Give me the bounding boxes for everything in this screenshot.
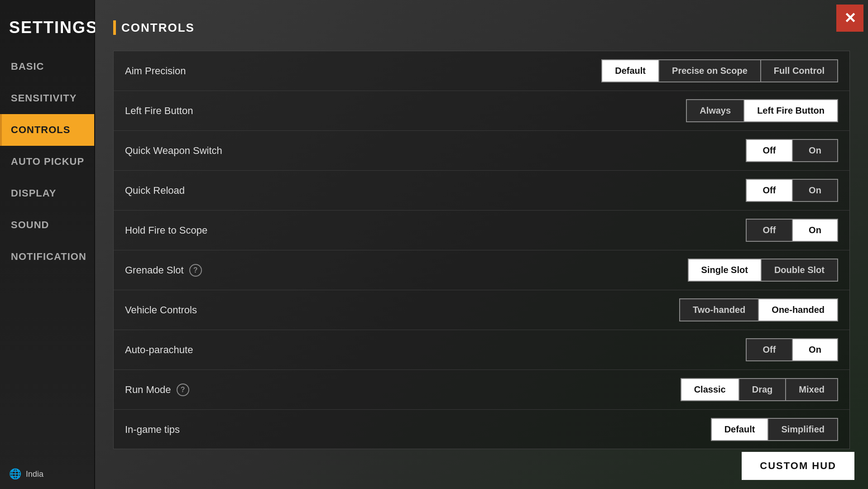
setting-label-in-game-tips: In-game tips [125, 424, 711, 436]
setting-row-in-game-tips: In-game tipsDefaultSimplified [114, 410, 849, 449]
help-icon-grenade-slot[interactable]: ? [189, 264, 202, 277]
setting-label-quick-weapon-switch: Quick Weapon Switch [125, 145, 746, 157]
setting-label-text-grenade-slot: Grenade Slot [125, 264, 184, 276]
btn-option-vehicle-controls-1[interactable]: One-handed [758, 299, 837, 321]
btn-option-auto-parachute-0[interactable]: Off [747, 339, 792, 360]
sidebar-item-sound[interactable]: SOUND [0, 209, 94, 241]
setting-label-vehicle-controls: Vehicle Controls [125, 304, 679, 316]
section-title: CONTROLS [121, 21, 195, 35]
region-label: India [26, 470, 43, 479]
setting-label-auto-parachute: Auto-parachute [125, 344, 746, 356]
btn-option-in-game-tips-0[interactable]: Default [712, 419, 768, 440]
btn-group-run-mode: ClassicDragMixed [681, 378, 838, 401]
sidebar-item-display[interactable]: DISPLAY [0, 177, 94, 209]
setting-label-text-run-mode: Run Mode [125, 384, 171, 396]
help-icon-run-mode[interactable]: ? [177, 384, 189, 396]
setting-label-text-in-game-tips: In-game tips [125, 424, 180, 436]
sidebar-item-notification[interactable]: NOTIFICATION [0, 241, 94, 273]
close-button[interactable]: ✕ [836, 5, 863, 32]
setting-label-hold-fire-to-scope: Hold Fire to Scope [125, 225, 746, 236]
btn-option-run-mode-0[interactable]: Classic [681, 379, 739, 400]
setting-row-auto-parachute: Auto-parachuteOffOn [114, 330, 849, 370]
main-content: ✕ CONTROLS Aim PrecisionDefaultPrecise o… [95, 0, 868, 489]
sidebar-item-controls[interactable]: CONTROLS [0, 114, 94, 146]
setting-row-quick-weapon-switch: Quick Weapon SwitchOffOn [114, 131, 849, 171]
setting-row-quick-reload: Quick ReloadOffOn [114, 171, 849, 211]
setting-label-text-vehicle-controls: Vehicle Controls [125, 304, 197, 316]
btn-group-left-fire-button: AlwaysLeft Fire Button [686, 99, 838, 122]
btn-group-auto-parachute: OffOn [746, 338, 838, 361]
setting-label-left-fire-button: Left Fire Button [125, 105, 686, 117]
btn-group-quick-reload: OffOn [746, 179, 838, 202]
setting-label-text-left-fire-button: Left Fire Button [125, 105, 193, 117]
sidebar-item-auto-pickup[interactable]: AUTO PICKUP [0, 146, 94, 177]
sidebar-item-basic[interactable]: BASIC [0, 51, 94, 82]
btn-option-hold-fire-to-scope-0[interactable]: Off [747, 220, 792, 241]
setting-label-aim-precision: Aim Precision [125, 65, 601, 77]
setting-label-text-aim-precision: Aim Precision [125, 65, 186, 77]
app-title: SETTINGS [0, 9, 94, 51]
sidebar: SETTINGS BASICSENSITIVITYCONTROLSAUTO PI… [0, 0, 95, 489]
setting-row-run-mode: Run Mode?ClassicDragMixed [114, 370, 849, 410]
section-header: CONTROLS [113, 14, 850, 42]
btn-option-run-mode-2[interactable]: Mixed [785, 379, 837, 400]
btn-group-grenade-slot: Single SlotDouble Slot [688, 259, 838, 282]
sidebar-footer: 🌐 India [0, 459, 94, 489]
btn-option-aim-precision-1[interactable]: Precise on Scope [658, 60, 760, 82]
btn-group-aim-precision: DefaultPrecise on ScopeFull Control [601, 59, 838, 82]
setting-row-vehicle-controls: Vehicle ControlsTwo-handedOne-handed [114, 290, 849, 330]
btn-option-grenade-slot-0[interactable]: Single Slot [689, 259, 761, 281]
btn-group-hold-fire-to-scope: OffOn [746, 219, 838, 242]
btn-option-hold-fire-to-scope-1[interactable]: On [792, 220, 837, 241]
setting-row-hold-fire-to-scope: Hold Fire to ScopeOffOn [114, 211, 849, 250]
setting-label-text-auto-parachute: Auto-parachute [125, 344, 193, 356]
btn-option-grenade-slot-1[interactable]: Double Slot [761, 259, 837, 281]
btn-option-quick-reload-1[interactable]: On [792, 180, 837, 201]
section-accent [113, 20, 116, 35]
setting-label-grenade-slot: Grenade Slot? [125, 264, 688, 277]
btn-group-vehicle-controls: Two-handedOne-handed [679, 298, 838, 321]
btn-option-run-mode-1[interactable]: Drag [739, 379, 786, 400]
btn-option-vehicle-controls-0[interactable]: Two-handed [680, 299, 758, 321]
btn-option-quick-weapon-switch-0[interactable]: Off [747, 140, 792, 161]
settings-container: Aim PrecisionDefaultPrecise on ScopeFull… [113, 51, 850, 449]
setting-label-text-hold-fire-to-scope: Hold Fire to Scope [125, 225, 207, 236]
btn-option-aim-precision-2[interactable]: Full Control [760, 60, 837, 82]
btn-option-auto-parachute-1[interactable]: On [792, 339, 837, 360]
btn-group-in-game-tips: DefaultSimplified [711, 418, 838, 441]
btn-option-left-fire-button-0[interactable]: Always [687, 100, 743, 121]
btn-option-quick-reload-0[interactable]: Off [747, 180, 792, 201]
setting-label-text-quick-reload: Quick Reload [125, 185, 185, 197]
setting-label-text-quick-weapon-switch: Quick Weapon Switch [125, 145, 222, 157]
custom-hud-button[interactable]: CUSTOM HUD [742, 452, 854, 480]
setting-label-run-mode: Run Mode? [125, 384, 681, 396]
btn-group-quick-weapon-switch: OffOn [746, 139, 838, 162]
setting-row-left-fire-button: Left Fire ButtonAlwaysLeft Fire Button [114, 91, 849, 131]
sidebar-item-sensitivity[interactable]: SENSITIVITY [0, 82, 94, 114]
setting-row-aim-precision: Aim PrecisionDefaultPrecise on ScopeFull… [114, 51, 849, 91]
btn-option-quick-weapon-switch-1[interactable]: On [792, 140, 837, 161]
btn-option-left-fire-button-1[interactable]: Left Fire Button [743, 100, 837, 121]
globe-icon: 🌐 [9, 468, 21, 480]
btn-option-aim-precision-0[interactable]: Default [602, 60, 658, 82]
btn-option-in-game-tips-1[interactable]: Simplified [767, 419, 837, 440]
setting-label-quick-reload: Quick Reload [125, 185, 746, 197]
setting-row-grenade-slot: Grenade Slot?Single SlotDouble Slot [114, 250, 849, 290]
